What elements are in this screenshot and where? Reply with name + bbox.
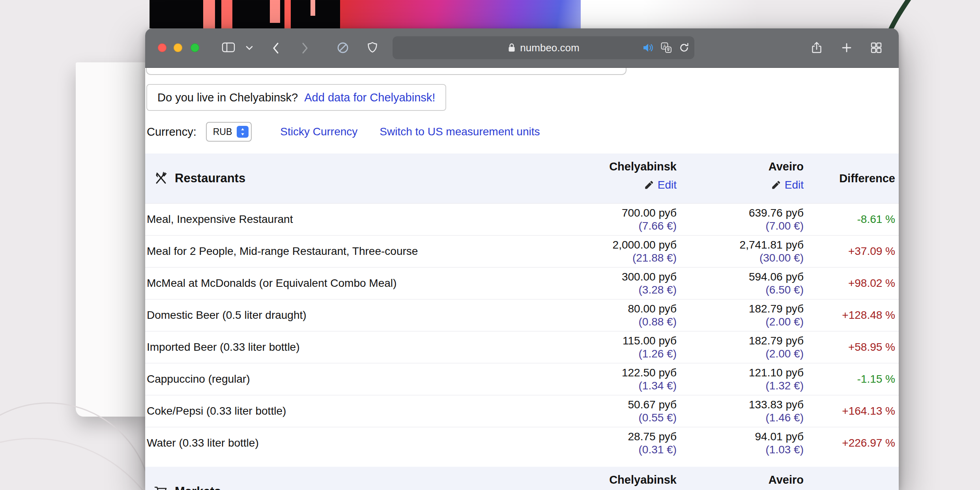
back-button[interactable] (272, 42, 280, 54)
city1-name: Chelyabinsk (609, 471, 677, 488)
desktop: numbeo.com A (0, 0, 980, 490)
chevron-right-icon (301, 42, 309, 54)
city2-price: 594.06 руб (749, 270, 804, 283)
item-label: Domestic Beer (0.5 liter draught) (145, 299, 542, 331)
live-in-city-banner: Do you live in Chelyabinsk? Add data for… (146, 84, 446, 111)
edit-city1-link[interactable]: Edit (644, 179, 677, 191)
pencil-icon (644, 180, 654, 190)
translate-button[interactable]: A (660, 42, 672, 54)
price-comparison-table: Restaurants Chelyabinsk Edit Aveiro (145, 153, 899, 490)
item-label: Coke/Pepsi (0.33 liter bottle) (145, 395, 542, 427)
tab-overview-button[interactable] (870, 41, 883, 54)
tab-group-chevron[interactable] (246, 46, 253, 50)
utensils-icon (154, 171, 168, 185)
section-title: Restaurants (145, 153, 542, 203)
item-label: Cappuccino (regular) (145, 363, 542, 395)
section-title: Markets (145, 467, 542, 490)
section-header-markets: Markets Chelyabinsk Edit Aveiro (145, 467, 899, 490)
difference-value: -8.61 % (804, 204, 899, 235)
difference-value: +164.13 % (804, 395, 899, 427)
city2-eur: (1.46 €) (766, 411, 804, 424)
shield-icon (367, 41, 378, 54)
new-tab-button[interactable] (841, 42, 853, 54)
artwork-bar (221, 0, 232, 28)
city1-price: 28.75 руб (628, 430, 677, 443)
city2-price: 182.79 руб (749, 302, 804, 315)
city2-price: 133.83 руб (749, 398, 804, 411)
sticky-currency-link[interactable]: Sticky Currency (280, 125, 357, 138)
url-text: numbeo.com (520, 42, 579, 54)
city2-eur: (7.00 €) (766, 219, 804, 232)
city1-price: 2,000.00 руб (613, 238, 677, 251)
difference-value: +128.48 % (804, 299, 899, 331)
clipped-form-box (146, 68, 627, 75)
city1-price: 80.00 руб (628, 302, 677, 315)
browser-window: numbeo.com A (145, 28, 899, 490)
background-artwork (150, 0, 340, 28)
audio-mute-button[interactable] (642, 43, 654, 53)
live-question: Do you live in Chelyabinsk? (157, 91, 298, 104)
minimize-button[interactable] (174, 43, 182, 52)
city1-eur: (0.55 €) (639, 411, 677, 424)
currency-row: Currency: RUB Sticky Currency Switch to … (147, 122, 899, 142)
share-button[interactable] (810, 41, 823, 54)
city1-eur: (0.88 €) (639, 315, 677, 328)
difference-value: +37.09 % (804, 236, 899, 267)
city1-eur: (21.88 €) (632, 251, 677, 264)
reload-button[interactable] (679, 42, 690, 53)
plant-stem (880, 0, 927, 32)
chevron-down-icon (246, 46, 253, 50)
difference-value: +98.02 % (804, 267, 899, 299)
city2-eur: (6.50 €) (766, 283, 804, 296)
background-window (76, 62, 146, 417)
city2-price: 94.01 руб (755, 430, 804, 443)
close-button[interactable] (158, 43, 166, 52)
section-title-text: Markets (175, 484, 221, 490)
city2-name: Aveiro (769, 471, 804, 488)
pencil-icon (771, 180, 781, 190)
grid-icon (870, 41, 883, 54)
table-row: McMeal at McDonalds (or Equivalent Combo… (145, 267, 899, 299)
city2-header: Aveiro Edit (677, 467, 804, 490)
city1-name: Chelyabinsk (609, 158, 677, 175)
sidebar-toggle-button[interactable] (221, 41, 236, 54)
edit-city2-link[interactable]: Edit (771, 179, 804, 191)
difference-value: +226.97 % (804, 427, 899, 459)
city1-price: 122.50 руб (622, 366, 677, 379)
city2-eur: (2.00 €) (766, 347, 804, 360)
chevron-left-icon (272, 42, 280, 54)
city1-eur: (1.26 €) (639, 347, 677, 360)
city2-header: Aveiro Edit (677, 153, 804, 203)
difference-value: +58.95 % (804, 331, 899, 363)
section-title-text: Restaurants (175, 171, 245, 185)
add-data-link[interactable]: Add data for Chelyabinsk! (304, 91, 435, 104)
difference-value: -1.15 % (804, 363, 899, 395)
browser-toolbar: numbeo.com A (145, 28, 899, 68)
city1-eur: (7.66 €) (639, 219, 677, 232)
city2-price: 121.10 руб (749, 366, 804, 379)
artwork-bar (284, 0, 291, 28)
item-label: Imported Beer (0.33 liter bottle) (145, 331, 542, 363)
city2-price: 182.79 руб (749, 334, 804, 347)
currency-label: Currency: (147, 125, 196, 138)
city1-price: 700.00 руб (622, 206, 677, 219)
city1-header: Chelyabinsk Edit (542, 467, 677, 490)
table-row: Coke/Pepsi (0.33 liter bottle) 50.67 руб… (145, 395, 899, 427)
switch-units-link[interactable]: Switch to US measurement units (380, 125, 540, 138)
web-page: Do you live in Chelyabinsk? Add data for… (145, 68, 899, 490)
address-bar[interactable]: numbeo.com A (393, 36, 694, 59)
zoom-button[interactable] (191, 43, 199, 52)
currency-value: RUB (213, 127, 232, 137)
currency-select[interactable]: RUB (206, 122, 252, 142)
privacy-shield-button[interactable] (367, 41, 378, 54)
city1-price: 50.67 руб (628, 398, 677, 411)
content-blocker-button[interactable] (337, 41, 349, 54)
city2-name: Aveiro (769, 158, 804, 175)
item-label: McMeal at McDonalds (or Equivalent Combo… (145, 267, 542, 299)
forward-button[interactable] (301, 42, 309, 54)
table-row: Water (0.33 liter bottle) 28.75 руб(0.31… (145, 427, 899, 459)
address-bar-actions: A (642, 36, 690, 59)
background-fade (581, 0, 757, 28)
city2-price: 2,741.81 руб (740, 238, 804, 251)
select-stepper-icon (237, 126, 249, 138)
